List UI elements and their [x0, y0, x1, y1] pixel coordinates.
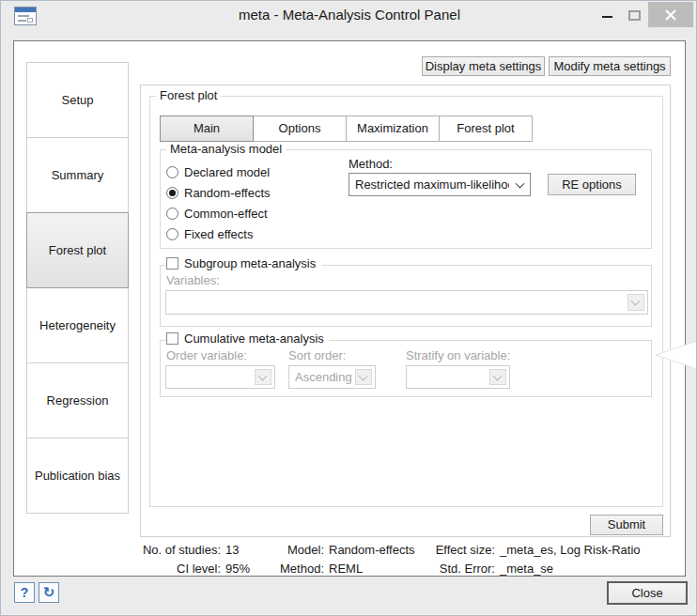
icon-form-box — [27, 18, 33, 23]
chevron-down-icon — [493, 371, 503, 380]
icon-form-line — [18, 20, 26, 22]
checkbox-icon — [166, 332, 178, 345]
radio-random-effects[interactable]: Random-effects — [166, 182, 271, 203]
icon-titlebar-stripe — [15, 8, 36, 12]
variables-combobox-value — [172, 291, 627, 314]
radio-selected-icon — [166, 187, 178, 199]
main-panel-frame: Forest plot Main Options Maximization Fo… — [140, 85, 671, 537]
order-variable-label: Order variable: — [166, 348, 247, 362]
minimize-icon — [602, 16, 612, 18]
tab-strip: Main Options Maximization Forest plot — [160, 116, 533, 142]
re-options-button[interactable]: RE options — [548, 174, 636, 195]
radio-common-effect[interactable]: Common-effect — [166, 203, 271, 223]
radio-fixed-effects[interactable]: Fixed effects — [166, 223, 271, 244]
method-combobox[interactable]: Restricted maximum-likelihood — [348, 173, 531, 196]
chevron-down-icon — [258, 371, 268, 380]
sidebar-item-label: Forest plot — [49, 243, 106, 257]
sidebar-item-label: Regression — [47, 393, 109, 408]
dialog-body: Display meta settings Modify meta settin… — [13, 40, 686, 577]
cumulative-meta-analysis-groupbox: Cumulative meta-analysis Order variable:… — [160, 340, 652, 397]
cumulative-checkbox-label: Cumulative meta-analysis — [184, 331, 324, 346]
sidebar-item-heterogeneity[interactable]: Heterogeneity — [26, 287, 129, 363]
sidebar-item-publication-bias[interactable]: Publication bias — [26, 438, 129, 514]
close-x-icon — [665, 9, 676, 21]
sidebar-item-setup[interactable]: Setup — [26, 62, 129, 138]
combobox-arrow-button — [255, 369, 271, 385]
submit-button[interactable]: Submit — [590, 515, 663, 535]
refresh-button[interactable]: ↻ — [39, 582, 59, 603]
tab-forest-plot[interactable]: Forest plot — [439, 116, 533, 142]
sidebar-item-label: Publication bias — [35, 469, 120, 483]
checkbox-icon — [166, 257, 178, 270]
order-variable-combobox — [165, 365, 275, 389]
radio-label: Declared model — [184, 165, 270, 179]
sort-order-combobox: Ascending — [288, 365, 376, 389]
sidebar-item-regression[interactable]: Regression — [26, 362, 129, 439]
radio-label: Common-effect — [184, 207, 268, 221]
status-label: Method: — [235, 562, 324, 576]
sidebar-item-label: Summary — [52, 168, 104, 182]
variables-label: Variables: — [166, 273, 220, 287]
variables-combobox — [165, 290, 648, 315]
maximize-icon — [628, 10, 641, 21]
combobox-arrow-button — [355, 369, 372, 385]
status-label: Effect size: — [362, 543, 495, 557]
order-variable-value — [172, 366, 254, 388]
refresh-icon: ↻ — [43, 584, 55, 601]
combobox-arrow-button — [489, 369, 506, 385]
status-value: REML — [329, 562, 363, 576]
radio-declared-model[interactable]: Declared model — [166, 162, 271, 182]
cumulative-checkbox-row[interactable]: Cumulative meta-analysis — [166, 331, 330, 346]
radio-icon — [166, 208, 178, 220]
status-label: CI level: — [61, 562, 221, 576]
subgroup-checkbox-label: Subgroup meta-analysis — [184, 256, 316, 270]
meta-analysis-model-groupbox: Meta-analysis model Declared model Rando… — [160, 149, 652, 249]
radio-icon — [166, 228, 178, 240]
icon-form-line — [18, 15, 29, 17]
status-value: _meta_es, Log Risk-Ratio — [500, 543, 641, 557]
status-label: Model: — [235, 543, 324, 557]
close-button[interactable]: Close — [607, 581, 688, 605]
status-label: No. of studies: — [61, 543, 221, 557]
sort-order-value: Ascending — [295, 366, 354, 388]
forest-plot-groupbox: Forest plot Main Options Maximization Fo… — [149, 96, 663, 507]
method-label: Method: — [348, 157, 393, 171]
chevron-down-icon — [359, 371, 368, 380]
subgroup-checkbox-row[interactable]: Subgroup meta-analysis — [166, 256, 321, 270]
subgroup-meta-analysis-groupbox: Subgroup meta-analysis Variables: — [160, 265, 652, 327]
cursor-artifact — [655, 340, 697, 370]
sidebar: Setup Summary Forest plot Heterogeneity … — [26, 62, 129, 514]
stratify-on-variable-value — [412, 366, 488, 388]
status-label: Std. Error: — [362, 562, 495, 576]
tab-maximization[interactable]: Maximization — [346, 116, 440, 142]
title-bar: meta - Meta-Analysis Control Panel — [1, 1, 697, 31]
stata-dialog-icon — [14, 7, 37, 25]
method-combobox-value: Restricted maximum-likelihood — [355, 174, 509, 195]
display-meta-settings-button[interactable]: Display meta settings — [422, 56, 545, 76]
sort-order-label: Sort order: — [288, 348, 346, 362]
forest-plot-group-title: Forest plot — [156, 88, 221, 102]
help-button[interactable]: ? — [14, 582, 35, 603]
status-value: _meta_se — [500, 562, 553, 576]
chevron-down-icon — [631, 297, 641, 306]
model-radio-group: Declared model Random-effects Common-eff… — [166, 162, 271, 244]
sidebar-item-label: Setup — [62, 93, 94, 107]
tab-main[interactable]: Main — [160, 116, 254, 142]
radio-label: Random-effects — [184, 186, 271, 200]
stratify-on-variable-label: Stratify on variable: — [406, 348, 510, 362]
close-window-button[interactable] — [648, 2, 693, 27]
radio-label: Fixed effects — [184, 227, 253, 241]
chevron-down-icon — [516, 178, 525, 188]
radio-icon — [166, 166, 178, 178]
sidebar-item-forest-plot[interactable]: Forest plot — [26, 212, 129, 288]
minimize-button[interactable] — [593, 1, 621, 29]
modify-meta-settings-button[interactable]: Modify meta settings — [549, 56, 671, 76]
sidebar-item-label: Heterogeneity — [39, 318, 116, 332]
model-group-title: Meta-analysis model — [166, 142, 286, 156]
stratify-on-variable-combobox — [406, 365, 510, 389]
tab-options[interactable]: Options — [253, 116, 347, 142]
sidebar-item-summary[interactable]: Summary — [26, 137, 129, 213]
meta-analysis-control-panel-window: meta - Meta-Analysis Control Panel Displ… — [0, 0, 697, 616]
combobox-arrow-button — [627, 294, 644, 311]
maximize-button[interactable] — [621, 1, 648, 29]
